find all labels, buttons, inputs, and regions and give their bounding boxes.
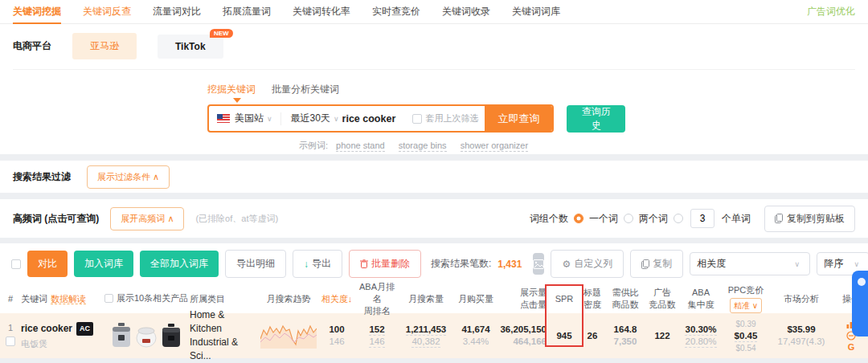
ad-words-promo-link[interactable]: 广告词优化 xyxy=(807,5,855,18)
export-label: 导出 xyxy=(312,257,331,271)
data-guide-link[interactable]: 数据解读 xyxy=(51,294,86,304)
search-section: 挖掘关键词 批量分析关键词 美国站 ∨ 最近30天 ∨ 套用上次筛选 xyxy=(207,83,625,152)
chevron-down-icon[interactable]: ∨ xyxy=(334,115,339,123)
search-submit-button[interactable]: 立即查询 xyxy=(485,104,552,133)
impressions-clicks-cell: 36,205,150 464,166 xyxy=(498,324,548,348)
market-analysis-cell[interactable]: $35.99 17,497(4.3) xyxy=(768,324,834,348)
product-thumbnail[interactable] xyxy=(135,322,158,349)
tab-realtime-bid[interactable]: 实时查竞价 xyxy=(372,0,420,24)
export-detail-button[interactable]: 导出明细 xyxy=(225,250,286,278)
batch-delete-button[interactable]: 批量删除 xyxy=(349,250,421,278)
chevron-down-icon[interactable]: ∨ xyxy=(267,115,272,123)
keyword-mining-page: 关键词挖掘 关键词反查 流量词对比 拓展流量词 关键词转化率 实时查竞价 关键词… xyxy=(0,0,868,357)
tab-conversion-rate[interactable]: 关键词转化率 xyxy=(293,0,350,24)
table-row[interactable]: 1 rice cooker AC 电饭煲 Home & Kitchen xyxy=(0,313,868,358)
trend-cell[interactable] xyxy=(259,320,318,352)
tab-batch-analyze[interactable]: 批量分析关键词 xyxy=(272,83,339,101)
floating-helper-widget[interactable] xyxy=(852,271,868,336)
platform-amazon-button[interactable]: 亚马逊 xyxy=(72,33,137,59)
toggle-filter-button[interactable]: 展示过滤条件 ∧ xyxy=(87,165,170,189)
results-table-section: 对比 加入词库 全部加入词库 导出明细 ↓ 导出 批量删除 搜索结果笔数: 1,… xyxy=(0,243,868,357)
header-search-volume[interactable]: 月搜索量 xyxy=(399,293,453,305)
header-ad-competitors[interactable]: 广告竞品数 xyxy=(646,287,678,311)
toolbar-right-group: ⚙ 自定义列 复制 相关度 ∨ 降序 ∨ 确定 xyxy=(551,250,868,278)
header-category: 所属类目 xyxy=(190,293,259,305)
tab-traffic-compare[interactable]: 流量词对比 xyxy=(153,0,201,24)
radio-custom-count[interactable] xyxy=(674,214,683,223)
search-trend-sparkline xyxy=(260,320,317,349)
sort-field-select[interactable]: 相关度 ∨ xyxy=(690,252,810,275)
tab-keyword-library[interactable]: 关键词词库 xyxy=(512,0,560,24)
header-aba-rank[interactable]: ABA月排名周排名 xyxy=(355,281,399,317)
toggle-highfreq-button[interactable]: 展开高频词 ∧ xyxy=(110,207,184,230)
header-trend: 月搜索趋势 xyxy=(259,293,318,305)
ppc-precise-badge[interactable]: 精准 ∨ xyxy=(730,298,762,313)
example-keyword-link[interactable]: storage bins xyxy=(399,141,447,152)
radio-one-word[interactable] xyxy=(574,214,583,223)
supply-demand-cell: 164.8 7,350 xyxy=(604,324,646,348)
checkbox-icon xyxy=(412,114,422,124)
toggle-highfreq-label: 展开高频词 xyxy=(121,214,165,223)
google-trends-icon[interactable]: G xyxy=(848,343,855,352)
header-spr[interactable]: SPR xyxy=(548,293,580,305)
ad-competitors-cell: 122 xyxy=(646,330,678,342)
tab-expand-traffic[interactable]: 拓展流量词 xyxy=(223,0,271,24)
header-show-products: 展示10条相关产品 xyxy=(103,292,190,306)
select-all-checkbox[interactable] xyxy=(11,259,21,269)
toggle-images-button[interactable] xyxy=(533,253,544,275)
date-range-select[interactable]: 最近30天 xyxy=(291,112,330,125)
section-gap xyxy=(0,154,868,161)
header-purchase-volume[interactable]: 月购买量 xyxy=(453,293,498,305)
toggle-filter-label: 展示过滤条件 xyxy=(97,172,150,182)
site-select[interactable]: 美国站 xyxy=(235,112,264,125)
custom-columns-button[interactable]: ⚙ 自定义列 xyxy=(551,250,624,278)
two-words-label: 两个词 xyxy=(639,212,668,226)
header-title-density[interactable]: 标题密度 xyxy=(580,287,604,311)
header-impressions-clicks[interactable]: 展示量点击量 xyxy=(498,287,548,311)
tab-keyword-index[interactable]: 关键词收录 xyxy=(442,0,490,24)
compare-button[interactable]: 对比 xyxy=(27,251,68,277)
tab-reverse-lookup[interactable]: 关键词反查 xyxy=(83,0,131,24)
product-thumbnail[interactable] xyxy=(110,322,133,349)
product-thumbnail[interactable] xyxy=(160,322,182,349)
add-all-to-library-button[interactable]: 全部加入词库 xyxy=(140,251,219,277)
result-count-value: 1,431 xyxy=(497,259,522,270)
header-supply-demand[interactable]: 需供比商品数 xyxy=(604,287,646,311)
export-button[interactable]: ↓ 导出 xyxy=(293,250,342,278)
platform-tiktok-button[interactable]: TikTok NEW xyxy=(158,35,223,59)
row-checkbox[interactable] xyxy=(6,336,15,346)
show-products-label: 展示10条相关产品 xyxy=(117,292,188,304)
copy-to-clipboard-button[interactable]: 复制到剪贴板 xyxy=(764,206,855,232)
copy-button[interactable]: 复制 xyxy=(630,250,683,278)
batch-delete-label: 批量删除 xyxy=(371,257,410,271)
chevron-down-icon: ∨ xyxy=(795,260,800,268)
reuse-filter-checkbox[interactable]: 套用上次筛选 xyxy=(412,112,478,124)
one-word-label: 一个词 xyxy=(589,212,618,226)
show-products-checkbox[interactable] xyxy=(104,294,113,303)
header-relevance[interactable]: 相关度↓ xyxy=(318,293,355,305)
tab-keyword-mining[interactable]: 关键词挖掘 xyxy=(13,0,61,24)
caret-up-icon: ∧ xyxy=(167,214,174,223)
search-tabs: 挖掘关键词 批量分析关键词 xyxy=(207,83,625,101)
phrase-count-label: 词组个数 xyxy=(530,212,568,226)
header-ppc-bid[interactable]: PPC竞价 精准 ∨ xyxy=(723,284,768,313)
example-keyword-link[interactable]: phone stand xyxy=(336,141,385,152)
keyword-search-input[interactable] xyxy=(342,113,413,124)
word-count-input[interactable] xyxy=(690,209,714,228)
example-keyword-link[interactable]: shower organizer xyxy=(461,141,528,152)
keyword-cell[interactable]: rice cooker AC 电饭煲 xyxy=(21,322,103,350)
example-keywords: 示例词: phone stand storage bins shower org… xyxy=(207,140,625,152)
stopwords-note: (已排除of、at等虚词) xyxy=(195,213,278,225)
caret-up-icon: ∧ xyxy=(153,172,159,182)
chevron-down-icon: ∨ xyxy=(854,260,860,268)
add-to-library-button[interactable]: 加入词库 xyxy=(74,251,133,277)
category-line2: Industrial & Sci... xyxy=(190,336,259,363)
keyword-translation: 电饭煲 xyxy=(21,338,103,350)
header-concentration[interactable]: ABA集中度 xyxy=(678,287,723,311)
radio-two-words[interactable] xyxy=(624,214,633,223)
product-images-cell xyxy=(103,322,190,349)
divider xyxy=(13,69,855,70)
search-history-button[interactable]: 查询历史 xyxy=(567,105,625,133)
keyword-text[interactable]: rice cooker xyxy=(21,323,72,335)
tab-mine-keywords[interactable]: 挖掘关键词 xyxy=(207,83,256,101)
